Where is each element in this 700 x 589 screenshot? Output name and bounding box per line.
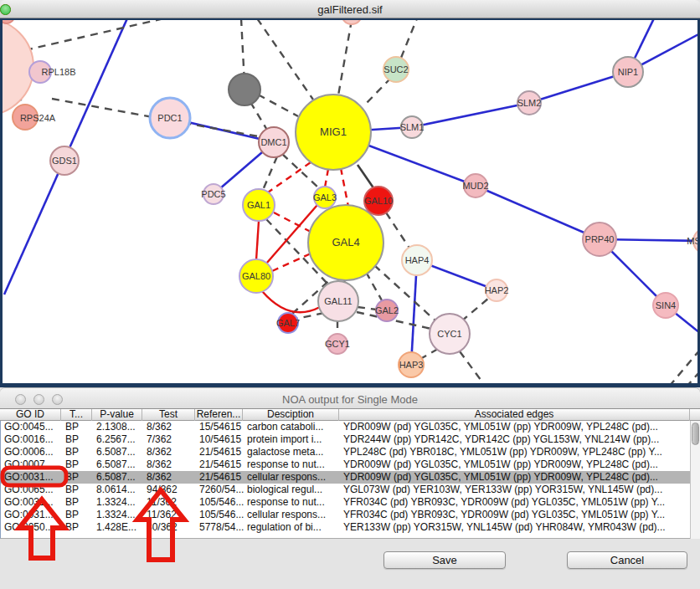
column-header-description[interactable]: Desciption xyxy=(243,409,339,421)
cell-go_id: GO:0045... xyxy=(1,421,62,433)
network-edge[interactable] xyxy=(460,351,486,383)
graph-window-titlebar: galFiltered.sif xyxy=(0,0,700,18)
table-row[interactable]: GO:0007...BP6.5087...8/36221/54615respon… xyxy=(1,458,700,471)
cancel-button[interactable]: Cancel xyxy=(567,551,687,569)
network-edge[interactable] xyxy=(263,156,277,190)
network-edge[interactable] xyxy=(358,165,374,189)
network-edge[interactable] xyxy=(272,254,311,271)
cell-p_value: 8.0614... xyxy=(93,484,143,496)
noa-table-body: GO:0045...BP2.1308...8/36215/54615carbon… xyxy=(0,421,700,539)
table-vertical-scrollbar[interactable] xyxy=(690,421,700,539)
table-row[interactable]: GO:0050...BP1.428E...80/3625778/54...reg… xyxy=(1,521,700,534)
network-edge[interactable] xyxy=(366,272,382,300)
node-label-SUC2: SUC2 xyxy=(383,64,408,74)
network-node-unnamed-top[interactable] xyxy=(342,20,362,24)
cell-test: 7/362 xyxy=(143,433,196,446)
network-edge[interactable] xyxy=(358,307,377,310)
cell-reference: 105/546... xyxy=(196,509,244,521)
cell-description: galactose meta... xyxy=(244,446,340,458)
cell-description: response to nut... xyxy=(244,458,340,471)
table-row[interactable]: GO:0016...BP6.2567...7/36210/54615protei… xyxy=(1,433,700,446)
cell-go_id: GO:0031... xyxy=(1,496,62,509)
cell-test: 8/362 xyxy=(143,446,196,458)
column-header-p-value[interactable]: P-value xyxy=(92,409,142,421)
cell-type: BP xyxy=(62,509,93,521)
network-edge[interactable] xyxy=(476,186,600,239)
scrollbar-thumb[interactable] xyxy=(692,423,699,445)
cell-edges: YDR244W (pp) YDR142C, YDR142C (pp) YGL15… xyxy=(340,433,691,446)
cell-p_value: 2.1308... xyxy=(93,421,143,433)
network-edge[interactable] xyxy=(325,169,328,187)
cell-edges: YFR034C (pd) YBR093C, YDR009W (pd) YGL03… xyxy=(340,496,691,509)
cell-description: carbon cataboli... xyxy=(244,421,340,433)
network-edge[interactable] xyxy=(258,95,298,116)
column-header-type[interactable]: T... xyxy=(61,409,92,421)
network-edge[interactable] xyxy=(257,20,313,100)
node-label-GAL2: GAL2 xyxy=(375,305,399,315)
node-label-CYC1: CYC1 xyxy=(437,329,461,339)
network-edge[interactable] xyxy=(268,162,311,192)
cell-type: BP xyxy=(62,433,93,446)
cell-edges: YGL073W (pd) YER103W, YER133W (pp) YOR31… xyxy=(340,484,691,496)
node-label-GAL11: GAL11 xyxy=(324,296,352,306)
network-edge[interactable] xyxy=(669,350,697,383)
network-edge[interactable] xyxy=(420,349,438,359)
network-edge[interactable] xyxy=(687,371,697,383)
cell-reference: 7260/54... xyxy=(196,484,244,496)
cell-reference: 21/54615 xyxy=(196,458,244,471)
network-edge[interactable] xyxy=(256,221,259,260)
node-label-GCY1: GCY1 xyxy=(325,339,350,349)
cell-p_value: 6.5087... xyxy=(93,446,143,458)
column-header-associated-edges[interactable]: Associated edges xyxy=(339,409,690,421)
network-node-unnamed-large[interactable] xyxy=(3,20,33,115)
cell-type: BP xyxy=(62,446,93,458)
node-label-SLM2: SLM2 xyxy=(517,98,542,108)
table-row[interactable]: GO:0065...BP8.0614...94/3627260/54...bio… xyxy=(1,484,700,496)
network-edge[interactable] xyxy=(341,168,348,207)
cell-description: regulation of bi... xyxy=(244,521,340,534)
column-header-go-id[interactable]: GO ID xyxy=(0,409,61,421)
table-row[interactable]: GO:0031...BP6.5087...8/36221/54615cellul… xyxy=(1,471,700,484)
network-edge[interactable] xyxy=(274,213,311,232)
node-label-GDS1: GDS1 xyxy=(52,156,77,166)
network-node-unnamed-corner[interactable] xyxy=(3,20,14,23)
cell-reference: 21/54615 xyxy=(196,446,244,458)
table-row[interactable]: GO:0006...BP6.5087...8/36221/54615galact… xyxy=(1,446,700,458)
cell-description: cellular respons... xyxy=(244,471,340,484)
node-label-HAP4: HAP4 xyxy=(405,255,430,265)
cell-test: 11/362 xyxy=(143,509,196,521)
header-scrollbar-corner xyxy=(690,409,700,421)
network-edge[interactable] xyxy=(296,313,324,319)
table-row[interactable]: GO:0031...BP1.3324...11/362105/546...res… xyxy=(1,496,700,509)
table-row[interactable]: GO:0045...BP2.1308...8/36215/54615carbon… xyxy=(1,421,700,433)
column-header-reference[interactable]: Referen... xyxy=(195,409,243,421)
network-edge[interactable] xyxy=(365,78,391,105)
network-node-unnamed-gray[interactable] xyxy=(229,74,260,105)
network-view[interactable]: RPL18BRPS24AGDS1PDC1MIG1DMC1SUC2SLM1SLM2… xyxy=(0,18,700,387)
network-edge[interactable] xyxy=(262,291,320,312)
network-edge[interactable] xyxy=(412,103,529,127)
cell-reference: 10/54615 xyxy=(196,433,244,446)
table-row[interactable]: GO:0031...BP1.3324...11/362105/546...cel… xyxy=(1,509,700,521)
node-label-GAL10: GAL10 xyxy=(364,196,393,206)
cell-reference: 5778/54... xyxy=(196,521,244,534)
network-edge[interactable] xyxy=(250,102,268,131)
network-edge[interactable] xyxy=(461,298,489,321)
noa-window-title: NOA output for Single Mode xyxy=(0,393,700,406)
save-button[interactable]: Save xyxy=(383,551,506,569)
network-edge[interactable] xyxy=(25,20,164,50)
node-label-GAL4: GAL4 xyxy=(332,236,359,248)
network-svg[interactable]: RPL18BRPS24AGDS1PDC1MIG1DMC1SUC2SLM1SLM2… xyxy=(3,20,697,383)
network-edge[interactable] xyxy=(386,213,410,249)
column-header-test[interactable]: Test xyxy=(142,409,195,421)
network-edge[interactable] xyxy=(338,20,352,95)
cell-p_value: 6.5087... xyxy=(93,471,143,484)
cell-type: BP xyxy=(62,521,93,534)
node-label-RPL18B: RPL18B xyxy=(42,67,76,77)
cell-edges: YDR009W (pd) YGL035C, YML051W (pp) YDR00… xyxy=(340,421,691,433)
cell-reference: 15/54615 xyxy=(196,421,244,433)
noa-window-titlebar: NOA output for Single Mode xyxy=(0,387,700,409)
cell-edges: YPL248C (pd) YBR018C, YML051W (pp) YDR00… xyxy=(340,446,691,458)
network-edge[interactable] xyxy=(401,20,417,58)
cell-go_id: GO:0031... xyxy=(1,509,62,521)
